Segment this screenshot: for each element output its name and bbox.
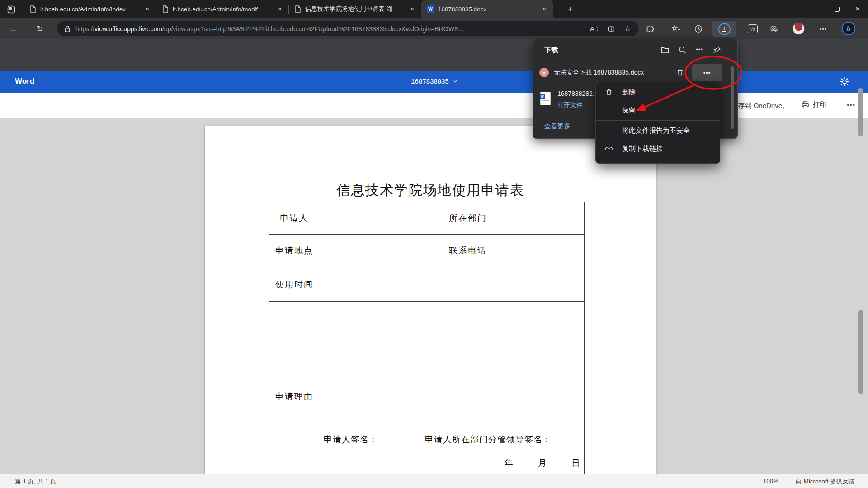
- panel-scrollbar-thumb[interactable]: [858, 88, 863, 136]
- new-tab-button[interactable]: +: [564, 4, 576, 15]
- year-label: 年: [505, 457, 514, 469]
- url-text: https://view.officeapps.live.com/op/view…: [75, 25, 581, 33]
- leader-signature-label: 申请人所在部门分管领导签名：: [425, 434, 552, 446]
- tab-close-icon[interactable]: ×: [408, 5, 416, 13]
- menu-item-copy-download-link[interactable]: 复制下载链接: [596, 140, 720, 158]
- open-downloads-folder-button[interactable]: [660, 44, 670, 55]
- downloads-panel-title: 下载: [544, 46, 558, 55]
- open-file-link[interactable]: 打开文件: [557, 101, 583, 110]
- tab-bar: it.hceb.edu.cn/Admin/Info/Index × it.hce…: [0, 0, 868, 18]
- table-row: 申请地点 联系电话: [269, 235, 585, 267]
- table-row: 使用时间: [269, 267, 585, 302]
- downloads-more-options-button[interactable]: •••: [694, 44, 705, 55]
- page-count: 第 1 页, 共 1 页: [15, 478, 57, 486]
- viewer-more-button[interactable]: •••: [847, 101, 855, 108]
- url-domain: view.officeapps.live.com: [94, 25, 162, 33]
- table-row: 申请人 所在部门: [269, 202, 585, 235]
- extensions-button[interactable]: [642, 22, 656, 36]
- url-field[interactable]: https://view.officeapps.live.com/op/view…: [57, 21, 638, 36]
- history-clock-icon: [694, 24, 703, 33]
- page-icon: [162, 5, 169, 13]
- tab-title: it.hceb.edu.cn/Admin/info/modif: [173, 6, 276, 13]
- pin-panel-button[interactable]: [711, 44, 722, 55]
- favorite-star-button[interactable]: ☆: [624, 24, 631, 33]
- back-button[interactable]: ←: [6, 22, 21, 36]
- tab-close-icon[interactable]: ×: [276, 5, 284, 13]
- browser-menu-button[interactable]: •••: [816, 22, 830, 36]
- bing-chat-button[interactable]: b: [842, 22, 855, 35]
- tab-title: it.hceb.edu.cn/Admin/Info/Index: [40, 6, 143, 13]
- window-close-button[interactable]: ×: [847, 0, 868, 18]
- document-viewport[interactable]: 信息技术学院场地使用申请表 申请人 所在部门 申请地点 联系电话 使用时间: [0, 118, 868, 474]
- menu-item-keep[interactable]: 保留: [596, 101, 720, 119]
- browser-window: it.hceb.edu.cn/Admin/Info/Index × it.hce…: [0, 0, 868, 488]
- label-applicant: 申请人: [269, 202, 320, 235]
- page-icon: [295, 5, 301, 13]
- tab-title: 信息技术学院场地使用申请表-海: [305, 5, 408, 13]
- see-more-link[interactable]: 查看更多: [544, 122, 571, 131]
- menu-item-label: 删除: [622, 88, 636, 97]
- trash-icon: [596, 88, 622, 96]
- web-capture-button[interactable]: [768, 22, 781, 36]
- applicant-signature-label: 申请人签名：: [324, 434, 378, 446]
- document-page: 信息技术学院场地使用申请表 申请人 所在部门 申请地点 联系电话 使用时间: [205, 126, 656, 474]
- word-badge-icon: W: [540, 94, 545, 99]
- download-context-menu: 删除 保留 将此文件报告为不安全 复制下载链接: [595, 82, 720, 164]
- download-error-icon: ×: [539, 68, 549, 77]
- document-title-text: 1687838835: [411, 77, 448, 85]
- menu-item-delete[interactable]: 删除: [596, 83, 720, 101]
- tab-close-icon[interactable]: ×: [540, 5, 548, 13]
- search-downloads-button[interactable]: [677, 44, 688, 55]
- download-item-more-button[interactable]: •••: [692, 64, 722, 81]
- browser-tab-1[interactable]: it.hceb.edu.cn/Admin/Info/Index ×: [24, 0, 156, 18]
- application-form-table: 申请人 所在部门 申请地点 联系电话 使用时间 申请理由: [269, 202, 585, 474]
- math-solver-icon: √x: [748, 24, 758, 33]
- profile-avatar[interactable]: [793, 23, 805, 35]
- viewer-toolbar: 保存到 OneDrive。 打印 •••: [0, 93, 868, 118]
- zoom-level[interactable]: 100%: [763, 478, 779, 486]
- tab-actions-menu-button[interactable]: [5, 4, 17, 15]
- cell-reason-value: 申请人签名： 申请人所在部门分管领导签名： 年 月 日: [320, 302, 585, 474]
- page-icon: [30, 5, 36, 13]
- printer-icon: [801, 100, 810, 109]
- tab-close-icon[interactable]: ×: [143, 5, 151, 13]
- menu-item-report-unsafe[interactable]: 将此文件报告为不安全: [596, 122, 720, 140]
- folder-icon: [660, 45, 670, 54]
- collections-button[interactable]: [669, 22, 683, 36]
- status-bar: 第 1 页, 共 1 页 100% 向 Microsoft 提供反馈: [0, 474, 868, 488]
- refresh-button[interactable]: ↻: [33, 22, 47, 36]
- downloads-button[interactable]: ↓: [712, 21, 736, 37]
- history-button[interactable]: [692, 22, 705, 36]
- sound-wave-icon: [595, 26, 598, 31]
- tab-title: 1687838835.docx: [438, 6, 540, 13]
- collections-icon: [671, 24, 680, 33]
- downloads-scrollbar-thumb[interactable]: [731, 66, 734, 129]
- table-row: 申请理由 申请人签名： 申请人所在部门分管领导签名： 年 月 日: [269, 302, 585, 474]
- save-to-onedrive-button[interactable]: 保存到 OneDrive。: [731, 102, 789, 110]
- label-location: 申请地点: [269, 235, 320, 267]
- menu-item-label: 将此文件报告为不安全: [622, 127, 690, 135]
- browser-tab-active[interactable]: W 1687838835.docx ×: [421, 0, 553, 18]
- download-bar-icon: [722, 31, 726, 32]
- maximize-button[interactable]: [826, 0, 847, 18]
- settings-button[interactable]: [839, 76, 851, 88]
- document-title-dropdown[interactable]: 1687838835: [411, 77, 457, 85]
- download-item-filename: 1687838282.: [557, 90, 598, 97]
- link-icon: [596, 144, 622, 153]
- print-button[interactable]: 打印: [801, 100, 826, 109]
- math-solver-button[interactable]: √x: [746, 22, 760, 36]
- browser-tab-3[interactable]: 信息技术学院场地使用申请表-海 ×: [289, 0, 421, 18]
- feedback-link[interactable]: 向 Microsoft 提供反馈: [796, 478, 854, 486]
- download-icon: ↓: [718, 23, 731, 35]
- page-scrollbar-thumb[interactable]: [858, 310, 863, 394]
- split-screen-button[interactable]: [607, 25, 615, 33]
- minimize-button[interactable]: [806, 0, 826, 18]
- download-notification-bar: 已打开你的文件，以便在 Microsoft Edge 中快速方便地查看。如果希望…: [0, 39, 868, 71]
- search-icon: [678, 46, 687, 54]
- delete-download-button[interactable]: [675, 67, 685, 77]
- word-app-name: Word: [15, 77, 34, 86]
- tab-strip: it.hceb.edu.cn/Admin/Info/Index × it.hce…: [24, 0, 553, 18]
- browser-tab-2[interactable]: it.hceb.edu.cn/Admin/info/modif ×: [156, 0, 288, 18]
- word-file-icon: W: [427, 5, 434, 13]
- read-aloud-button[interactable]: A: [590, 25, 598, 33]
